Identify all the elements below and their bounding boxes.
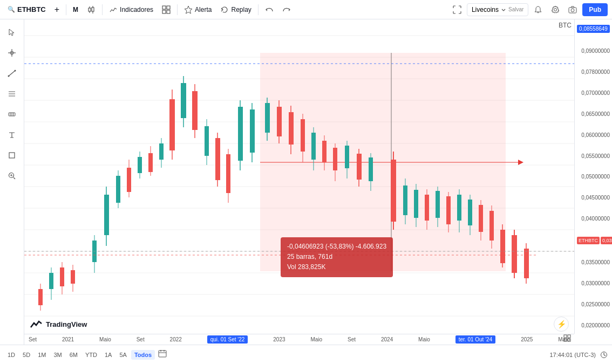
timeframe-ytd[interactable]: YTD: [82, 350, 100, 360]
svg-rect-0: [89, 8, 91, 11]
svg-rect-3: [92, 8, 94, 11]
chart-svg: [24, 19, 574, 334]
indicators-button[interactable]: Indicadores: [106, 3, 157, 16]
ethbtc-price-tag: ETHBTC: [577, 237, 600, 244]
trend-line-tool[interactable]: [3, 65, 21, 82]
svg-rect-95: [301, 119, 305, 152]
lightning-button[interactable]: ⚡: [554, 317, 569, 332]
price-level-10: 0,03500000: [577, 259, 610, 265]
toolbar: 🔍 ETHBTC + M Indicadores: [0, 0, 612, 19]
alert-button[interactable]: Alerta: [181, 3, 215, 16]
svg-rect-123: [468, 200, 472, 225]
time-highlight-left[interactable]: qui. 01 Set '22: [207, 335, 248, 344]
svg-rect-133: [524, 249, 529, 278]
svg-point-18: [15, 70, 16, 72]
timeframe-todos[interactable]: Todos: [131, 350, 155, 360]
timeframe-3m[interactable]: 3M: [50, 350, 65, 360]
clock-icon: [600, 351, 608, 359]
svg-rect-117: [436, 191, 440, 218]
timeframe-1m[interactable]: 1M: [35, 350, 49, 360]
svg-rect-6: [162, 6, 166, 9]
timestamp: 17:44:01 (UTC-3): [549, 352, 596, 358]
zoom-tool[interactable]: [3, 167, 21, 184]
symbol-button[interactable]: 🔍 ETHBTC: [4, 3, 49, 16]
svg-rect-55: [60, 267, 64, 286]
fib-tool[interactable]: [3, 85, 21, 102]
tradingview-logo: TradingView: [30, 318, 87, 331]
separator-3: [177, 4, 178, 15]
time-label-maio-1: Maio: [99, 336, 111, 342]
svg-rect-140: [568, 339, 570, 341]
timeframe-5d[interactable]: 5D: [19, 350, 33, 360]
chart-area[interactable]: [24, 19, 574, 334]
calendar-icon[interactable]: [158, 349, 167, 360]
tv-logo-icon: [30, 318, 43, 331]
price-level-2: 0,07800000: [577, 69, 610, 75]
timeframe-1a[interactable]: 1A: [101, 350, 115, 360]
crosshair-tool[interactable]: [3, 44, 21, 61]
timeframe-button[interactable]: M: [70, 4, 81, 16]
screenshot-button[interactable]: [565, 3, 580, 16]
alert-icon: [184, 5, 193, 14]
svg-rect-109: [391, 160, 396, 222]
price-level-6: 0,05500000: [577, 153, 610, 159]
svg-line-16: [9, 71, 15, 76]
notifications-button[interactable]: [531, 3, 546, 16]
timeframe-5a[interactable]: 5A: [116, 350, 130, 360]
time-label-2024: 2024: [381, 336, 393, 342]
shape-tool[interactable]: [3, 147, 21, 164]
symbol-label: ETHBTC: [17, 5, 46, 13]
livecoins-button[interactable]: Livecoins Salvar: [467, 3, 528, 16]
svg-rect-77: [192, 91, 198, 130]
svg-point-12: [571, 9, 574, 12]
redo-button[interactable]: [279, 3, 294, 16]
replay-button[interactable]: Replay: [217, 3, 254, 16]
svg-rect-105: [357, 154, 362, 180]
livecoins-label: Livecoins: [472, 6, 499, 13]
time-label-2023: 2023: [273, 336, 285, 342]
fullscreen-icon: [453, 5, 461, 14]
ethbtc-price-value: 0,03951726: [601, 237, 612, 244]
time-label-set-2: Set: [137, 336, 145, 342]
toolbar-right: Livecoins Salvar Pub: [450, 3, 608, 16]
chevron-down-icon: [501, 7, 506, 12]
undo-button[interactable]: [262, 3, 277, 16]
timeframe-1d[interactable]: 1D: [4, 350, 18, 360]
tv-logo-text: TradingView: [46, 320, 87, 328]
svg-rect-137: [564, 335, 567, 338]
cursor-tool[interactable]: [3, 24, 21, 41]
time-label-maio-2: Maio: [310, 336, 322, 342]
measure-tool[interactable]: [3, 106, 21, 123]
svg-rect-101: [333, 148, 337, 170]
time-label-2021: 2021: [62, 336, 74, 342]
price-level-1: 0,09000000: [577, 48, 610, 54]
bell-icon: [534, 5, 542, 14]
svg-point-10: [554, 8, 557, 11]
bottom-bar: 1D 5D 1M 3M 6M YTD 1A 5A Todos 17:44:01 …: [0, 345, 612, 364]
settings-button[interactable]: [548, 3, 563, 16]
indicators-label: Indicadores: [120, 6, 153, 13]
camera-icon: [568, 5, 577, 14]
text-tool[interactable]: [3, 126, 21, 143]
layouts-button[interactable]: [159, 3, 174, 16]
svg-rect-83: [226, 154, 230, 193]
fullscreen-button[interactable]: [450, 3, 465, 16]
timeframe-6m[interactable]: 6M: [66, 350, 81, 360]
price-level-13: 0,02000000: [577, 322, 610, 328]
svg-rect-61: [104, 195, 109, 235]
current-price-label: 0,08558649: [577, 25, 610, 33]
redo-icon: [282, 5, 291, 14]
svg-rect-99: [322, 141, 327, 162]
zoom-reset-button[interactable]: [563, 334, 571, 344]
price-level-8: 0,04500000: [577, 195, 610, 201]
add-symbol-button[interactable]: +: [51, 3, 63, 17]
chart-type-button[interactable]: [84, 3, 99, 16]
svg-rect-71: [159, 143, 164, 160]
gear-icon: [551, 5, 560, 14]
separator-4: [258, 4, 259, 15]
publish-button[interactable]: Pub: [582, 3, 608, 16]
time-axis: Set 2021 Maio Set 2022 qui. 01 Set '22 2…: [24, 334, 574, 345]
svg-rect-97: [311, 133, 316, 160]
time-highlight-right[interactable]: ter. 01 Out '24: [455, 335, 496, 344]
time-label-maio-3: Maio: [418, 336, 430, 342]
